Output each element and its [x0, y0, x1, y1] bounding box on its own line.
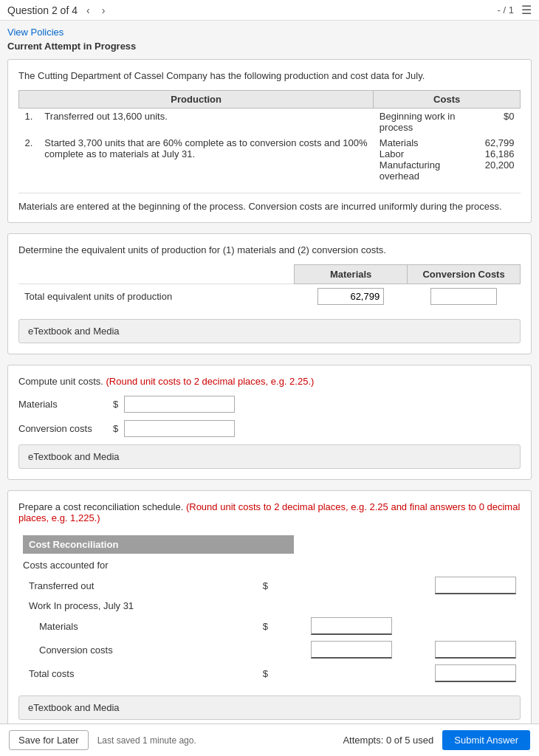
footer-bar: Save for Later Last saved 1 minute ago. …	[0, 724, 539, 756]
prod-item-1: Transferred out 13,600 units.	[38, 109, 373, 136]
cost-recon-header-cell: Cost Reconciliation	[23, 535, 294, 554]
materials-cost-label: Materials	[18, 399, 107, 410]
cost-labels-col: Materials Labor Manufacturing overhead	[374, 135, 479, 184]
total-costs-dollar: $	[219, 662, 270, 685]
costs-header: Costs	[374, 91, 521, 109]
footer-right: Attempts: 0 of 5 used Submit Answer	[343, 730, 530, 750]
transferred-dollar: $	[219, 574, 270, 597]
last-saved-text: Last saved 1 minute ago.	[97, 735, 196, 746]
etextbook-bar-b: eTextbook and Media	[18, 444, 521, 469]
cost-label-2: Materials	[380, 137, 473, 148]
part-c-instruction: Prepare a cost reconciliation schedule. …	[18, 501, 521, 523]
total-costs-row: Total costs $	[18, 662, 521, 685]
page-indicator: - / 1	[498, 4, 514, 16]
empty-cell-3	[270, 662, 395, 685]
cost-recon-table: Cost Reconciliation Costs accounted for …	[18, 532, 521, 685]
costs-accounted-label: Costs accounted for	[18, 557, 219, 574]
conversion-dollar: $	[113, 423, 118, 434]
wip-conversion-input[interactable]	[311, 641, 392, 659]
nav-left: Question 2 of 4 ‹ ›	[7, 3, 108, 18]
top-bar: Question 2 of 4 ‹ › - / 1 ☰	[0, 0, 539, 21]
transferred-out-input[interactable]	[435, 577, 516, 594]
list-icon[interactable]: ☰	[521, 3, 532, 17]
wip-conversion-total-cell	[395, 638, 521, 662]
prod-num-1: 1.	[19, 109, 39, 136]
submit-button[interactable]: Submit Answer	[442, 730, 530, 750]
wip-materials-input-cell	[270, 614, 395, 638]
table-row: 1. Transferred out 13,600 units. Beginni…	[19, 109, 521, 136]
info-card: The Cutting Department of Cassel Company…	[7, 59, 532, 223]
cost-value-4: 20,200	[485, 159, 515, 171]
equiv-row-label: Total equivalent units of production	[18, 284, 295, 309]
wip-materials-dollar: $	[219, 614, 270, 638]
cost-value-2: 62,799	[485, 137, 515, 148]
next-button[interactable]: ›	[99, 3, 109, 18]
wip-label-row: Work In process, July 31	[18, 597, 521, 614]
costs-accounted-row: Costs accounted for	[18, 557, 521, 574]
conversion-cost-input[interactable]	[124, 420, 235, 437]
conversion-cost-row: Conversion costs $	[18, 420, 521, 437]
part-c-card: Prepare a cost reconciliation schedule. …	[7, 490, 532, 731]
attempts-text: Attempts: 0 of 5 used	[343, 735, 433, 746]
materials-dollar: $	[113, 399, 118, 410]
etextbook-bar-a: eTextbook and Media	[18, 319, 521, 343]
total-costs-input-cell	[395, 662, 521, 685]
wip-conversion-row: Conversion costs	[18, 638, 521, 662]
wip-conversion-input-cell	[270, 638, 395, 662]
etextbook-bar-c: eTextbook and Media	[18, 695, 521, 720]
save-later-button[interactable]: Save for Later	[9, 730, 89, 750]
wip-label: Work In process, July 31	[18, 597, 219, 614]
conversion-input-cell	[408, 284, 521, 309]
transferred-input-cell	[270, 574, 395, 597]
question-label: Question 2 of 4	[7, 4, 78, 16]
cost-label-4: Manufacturing overhead	[380, 159, 473, 182]
materials-col-header: Materials	[295, 265, 408, 284]
materials-cost-row: Materials $	[18, 396, 521, 413]
part-c-main: Prepare a cost reconciliation schedule.	[18, 501, 183, 512]
equiv-table: Materials Conversion Costs Total equival…	[18, 264, 521, 309]
intro-text: The Cutting Department of Cassel Company…	[18, 70, 521, 81]
part-b-card: Compute unit costs. (Round unit costs to…	[7, 365, 532, 480]
transferred-out-row: Transferred out $	[18, 574, 521, 597]
part-b-note: (Round unit costs to 2 decimal places, e…	[106, 376, 315, 387]
prod-item-2: Started 3,700 units that are 60% complet…	[38, 135, 373, 184]
prod-costs-table: Production Costs 1. Transferred out 13,6…	[18, 90, 521, 184]
wip-conversion-total-input[interactable]	[435, 641, 516, 659]
wip-materials-row: Materials $	[18, 614, 521, 638]
empty-header	[18, 265, 295, 284]
cost-value-1: $0	[479, 109, 521, 136]
part-a-instruction: Determine the equivalent units of produc…	[18, 244, 521, 255]
wip-materials-label: Materials	[18, 614, 219, 638]
materials-input[interactable]	[317, 288, 384, 305]
wip-conversion-label: Conversion costs	[18, 638, 219, 662]
cost-label-1: Beginning work in process	[374, 109, 479, 136]
prev-button[interactable]: ‹	[83, 3, 93, 18]
view-policies-link[interactable]: View Policies	[7, 27, 532, 38]
equiv-row: Total equivalent units of production	[18, 284, 521, 309]
empty-cell-1	[395, 614, 521, 638]
total-costs-label: Total costs	[18, 662, 219, 685]
materials-cost-input[interactable]	[124, 396, 235, 413]
empty-cell-2	[219, 638, 270, 662]
note-text: Materials are entered at the beginning o…	[18, 193, 521, 212]
main-content: View Policies Current Attempt in Progres…	[0, 21, 539, 756]
production-header: Production	[19, 91, 374, 109]
conversion-cost-label: Conversion costs	[18, 423, 107, 434]
footer-left: Save for Later Last saved 1 minute ago.	[9, 730, 196, 750]
wip-materials-input[interactable]	[311, 617, 392, 635]
nav-right: - / 1 ☰	[498, 3, 532, 17]
current-attempt-label: Current Attempt in Progress	[7, 41, 532, 52]
total-costs-input[interactable]	[435, 664, 516, 682]
conversion-input[interactable]	[430, 288, 497, 305]
transferred-out-input-cell	[395, 574, 521, 597]
conversion-col-header: Conversion Costs	[408, 265, 521, 284]
table-row: 2. Started 3,700 units that are 60% comp…	[19, 135, 521, 184]
cost-value-3: 16,186	[485, 148, 515, 159]
cost-values-col: 62,799 16,186 20,200	[479, 135, 521, 184]
prod-num-2: 2.	[19, 135, 39, 184]
materials-input-cell	[295, 284, 408, 309]
part-b-main: Compute unit costs.	[18, 376, 103, 387]
cost-recon-header-row: Cost Reconciliation	[18, 532, 521, 557]
transferred-out-label: Transferred out	[18, 574, 219, 597]
part-a-card: Determine the equivalent units of produc…	[7, 233, 532, 354]
